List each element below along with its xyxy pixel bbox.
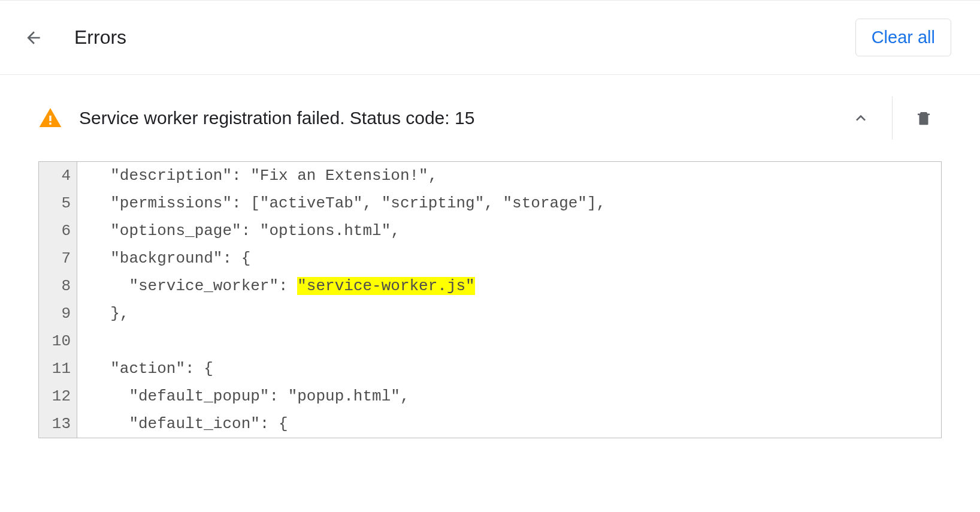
line-number: 13: [39, 410, 77, 438]
top-bar: Errors Clear all: [0, 1, 980, 75]
code-text: "background": {: [77, 245, 250, 272]
page-title: Errors: [74, 26, 855, 49]
collapse-button[interactable]: [846, 104, 875, 132]
code-text: "action": {: [77, 355, 213, 383]
line-number: 10: [39, 327, 77, 355]
svg-rect-1: [49, 123, 51, 125]
errors-page: Errors Clear all Service worker registra…: [0, 0, 980, 512]
error-message: Service worker registration failed. Stat…: [79, 108, 846, 128]
code-text: "default_popup": "popup.html",: [77, 383, 410, 410]
delete-error-button[interactable]: [909, 104, 938, 132]
arrow-left-icon: [24, 28, 43, 47]
code-text: "options_page": "options.html",: [77, 217, 400, 245]
highlighted-token: "service-worker.js": [297, 277, 474, 295]
code-line: 8 "service_worker": "service-worker.js": [39, 272, 941, 300]
line-number: 11: [39, 355, 77, 383]
code-line: 6 "options_page": "options.html",: [39, 217, 941, 245]
code-line: 13 "default_icon": {: [39, 410, 941, 438]
vertical-divider: [892, 97, 893, 140]
line-number: 6: [39, 217, 77, 245]
code-text: [77, 327, 92, 355]
code-snippet-box: 4 "description": "Fix an Extension!",5 "…: [38, 161, 942, 438]
code-text: },: [77, 300, 129, 327]
warning-icon: [38, 106, 62, 130]
clear-all-button[interactable]: Clear all: [855, 19, 951, 56]
line-number: 9: [39, 300, 77, 327]
code-line: 9 },: [39, 300, 941, 327]
line-number: 12: [39, 383, 77, 410]
line-number: 7: [39, 245, 77, 272]
line-number: 5: [39, 189, 77, 217]
code-text: "description": "Fix an Extension!",: [77, 162, 437, 189]
chevron-up-icon: [851, 109, 870, 128]
line-number: 4: [39, 162, 77, 189]
code-line: 11 "action": {: [39, 355, 941, 383]
code-line: 12 "default_popup": "popup.html",: [39, 383, 941, 410]
code-text: "permissions": ["activeTab", "scripting"…: [77, 189, 606, 217]
code-text: "service_worker": "service-worker.js": [77, 272, 475, 300]
code-text: "default_icon": {: [77, 410, 288, 438]
content-area: Service worker registration failed. Stat…: [0, 75, 980, 438]
code-line: 5 "permissions": ["activeTab", "scriptin…: [39, 189, 941, 217]
code-line: 4 "description": "Fix an Extension!",: [39, 162, 941, 189]
line-number: 8: [39, 272, 77, 300]
error-header-row: Service worker registration failed. Stat…: [38, 92, 942, 150]
trash-icon: [915, 109, 933, 127]
svg-rect-0: [49, 116, 51, 121]
code-line: 7 "background": {: [39, 245, 941, 272]
code-line: 10: [39, 327, 941, 355]
back-button[interactable]: [19, 23, 48, 52]
